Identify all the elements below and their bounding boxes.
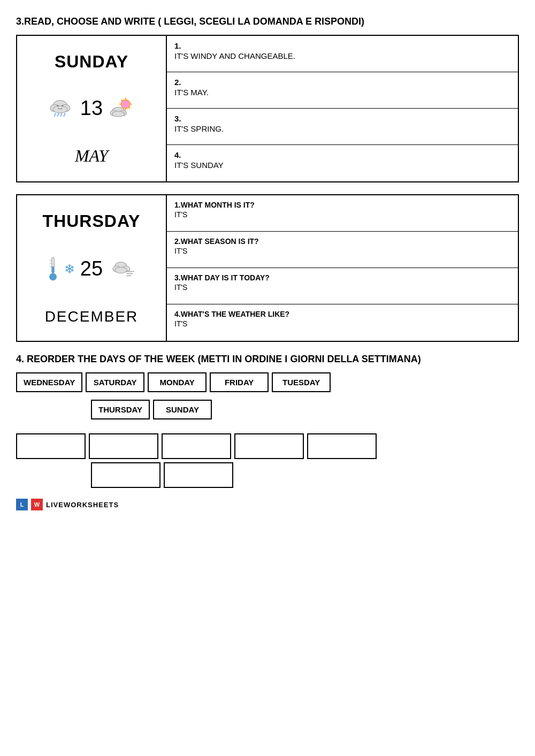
day-box-sunday: SUNDAY [153,400,212,419]
its-3: IT'S [174,283,510,292]
answer-text-1: IT'S WINDY AND CHANGEABLE. [174,51,510,60]
svg-point-10 [121,100,130,109]
answer-num-2: 2. [174,78,510,87]
svg-point-30 [115,267,127,273]
card1-weather-row: 13 [47,97,136,120]
its-1: IT'S [174,210,510,219]
card2-left: THURSDAY ❄ 25 [17,195,167,341]
question-text-1: 1.WHAT MONTH IS IT? [174,201,510,209]
answer-cell-1: 1. IT'S WINDY AND CHANGEABLE. [167,36,518,72]
day-box-monday: MONDAY [148,372,207,392]
card1-month: MAY [75,146,108,166]
svg-line-7 [57,113,59,117]
answer-box-3[interactable] [162,433,231,459]
days-row2: THURSDAY SUNDAY [16,400,519,423]
logo-red-box: W [31,499,43,510]
svg-line-8 [60,113,62,117]
svg-point-23 [49,273,56,280]
answer-cell-4: 4. IT'S SUNDAY [167,145,518,181]
card1-date: 13 [80,97,103,120]
footer: L W LIVEWORKSHEETS [16,499,519,510]
day-box-saturday: SATURDAY [86,372,144,392]
answer-box-1[interactable] [16,433,86,459]
liveworksheets-logo: L W LIVEWORKSHEETS [16,499,119,510]
card1: SUNDAY 13 [16,35,519,182]
day-box-friday: FRIDAY [210,372,269,392]
svg-point-20 [112,111,125,117]
svg-line-6 [54,113,56,117]
card2-month: DECEMBER [45,308,139,325]
logo-blue-box: L [16,499,28,510]
card1-left: SUNDAY 13 [17,36,167,181]
day-box-thursday: THURSDAY [91,400,150,419]
its-2: IT'S [174,247,510,255]
snowflake-icon: ❄ [64,262,75,277]
svg-line-16 [129,107,131,109]
question-text-3: 3.WHAT DAY IS IT TODAY? [174,273,510,282]
days-row1: WEDNESDAY SATURDAY MONDAY FRIDAY TUESDAY [16,372,519,395]
card2: THURSDAY ❄ 25 [16,194,519,342]
wind-cloud-icon [108,258,136,280]
rain-cloud-icon [47,97,75,119]
answer-box-6[interactable] [91,462,160,488]
card2-date: 25 [80,257,103,280]
answer-text-3: IT'S SPRING. [174,124,510,133]
answer-boxes-row1 [16,433,519,459]
svg-point-4 [57,105,58,106]
section3-title: 3.READ, CHOOSE AND WRITE ( LEGGI, SCEGLI… [16,16,519,27]
answer-box-5[interactable] [307,433,377,459]
answer-num-1: 1. [174,41,510,50]
answer-box-4[interactable] [234,433,304,459]
answer-num-4: 4. [174,150,510,159]
answer-text-2: IT'S MAY. [174,88,510,97]
card2-weather-row: ❄ 25 [47,256,136,282]
answer-cell-2: 2. IT'S MAY. [167,72,518,109]
day-box-tuesday: TUESDAY [272,372,331,392]
svg-rect-22 [52,266,54,273]
card2-day: THURSDAY [43,211,141,231]
sun-cloud-icon [108,97,136,119]
logo-red-letter: W [34,501,40,508]
answer-box-2[interactable] [89,433,158,459]
q-cell-1: 1.WHAT MONTH IS IT? IT'S [167,195,518,232]
answer-box-7[interactable] [164,462,233,488]
svg-line-15 [121,100,123,101]
q-cell-4: 4.WHAT'S THE WEATHER LIKE? IT'S [167,304,518,341]
day-box-wednesday: WEDNESDAY [16,372,82,392]
svg-point-3 [53,106,67,113]
logo-text: LIVEWORKSHEETS [46,501,119,509]
card1-day: SUNDAY [55,52,128,72]
answer-num-3: 3. [174,114,510,123]
svg-line-9 [64,113,65,117]
question-text-2: 2.WHAT SEASON IS IT? [174,237,510,246]
its-4: IT'S [174,319,510,328]
answer-cell-3: 3. IT'S SPRING. [167,109,518,145]
svg-point-5 [62,105,63,106]
answer-boxes-row2 [16,462,519,488]
question-text-4: 4.WHAT'S THE WEATHER LIKE? [174,310,510,318]
q-cell-3: 3.WHAT DAY IS IT TODAY? IT'S [167,268,518,304]
section4-title: 4. REORDER THE DAYS OF THE WEEK (METTI I… [16,354,519,365]
thermometer-icon [47,256,59,282]
card2-right: 1.WHAT MONTH IS IT? IT'S 2.WHAT SEASON I… [167,195,518,341]
logo-blue-letter: L [20,501,24,508]
card1-right: 1. IT'S WINDY AND CHANGEABLE. 2. IT'S MA… [167,36,518,181]
answer-text-4: IT'S SUNDAY [174,161,510,170]
q-cell-2: 2.WHAT SEASON IS IT? IT'S [167,232,518,268]
